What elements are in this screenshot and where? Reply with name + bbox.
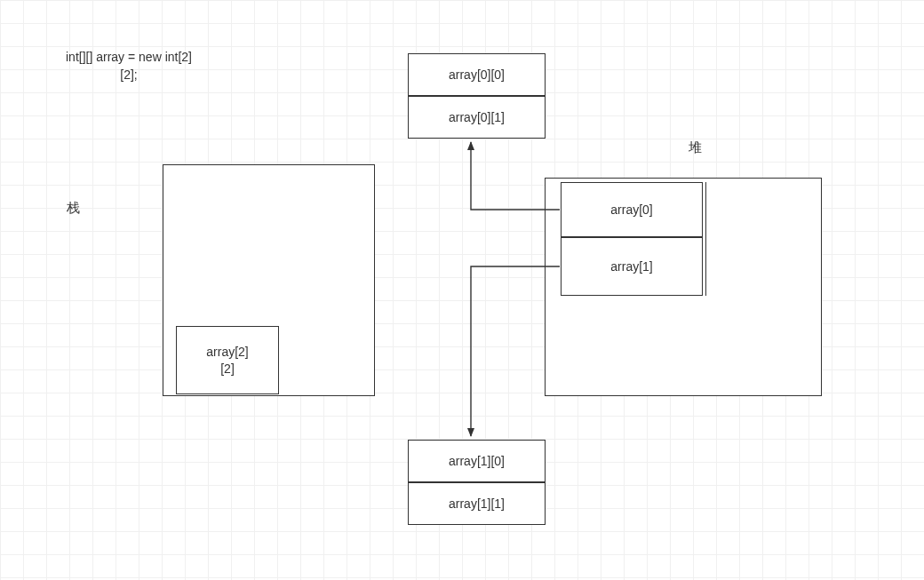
heap-cell-array1-text: array[1] — [610, 259, 652, 274]
stack-container: array[2] [2] — [163, 164, 375, 396]
top-cell-01: array[0][1] — [408, 96, 546, 139]
declaration-line-1: int[][] array = new int[2] — [27, 49, 231, 67]
stack-cell-array22: array[2] [2] — [176, 326, 279, 394]
bottom-cell-11-text: array[1][1] — [449, 497, 505, 511]
stack-cell-line2: [2] — [220, 361, 235, 377]
heap-container: array[0] array[1] — [545, 178, 822, 396]
heap-cell-array0: array[0] — [561, 182, 703, 237]
stack-label: 栈 — [67, 200, 80, 217]
bottom-cell-10: array[1][0] — [408, 440, 546, 482]
heap-cell-array0-text: array[0] — [610, 203, 652, 217]
stack-cell-line1: array[2] — [206, 344, 248, 360]
diagram-layer: int[][] array = new int[2] [2]; 栈 堆 arra… — [0, 0, 924, 580]
top-cell-00: array[0][0] — [408, 53, 546, 96]
heap-inner-divider — [705, 182, 706, 296]
top-cell-00-text: array[0][0] — [449, 68, 505, 82]
top-cell-01-text: array[0][1] — [449, 110, 505, 124]
declaration-line-2: [2]; — [27, 67, 231, 84]
code-declaration: int[][] array = new int[2] [2]; — [27, 49, 231, 83]
heap-cell-array1: array[1] — [561, 237, 703, 296]
bottom-cell-10-text: array[1][0] — [449, 454, 505, 468]
bottom-cell-11: array[1][1] — [408, 482, 546, 525]
heap-label: 堆 — [689, 139, 702, 156]
